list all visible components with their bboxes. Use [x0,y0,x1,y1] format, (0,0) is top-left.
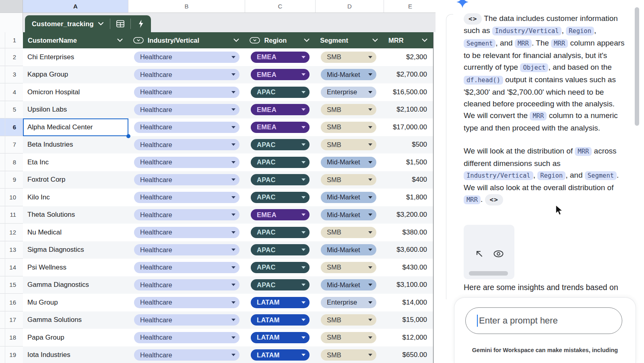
region-chip[interactable]: APAC [251,157,310,168]
table-view-button[interactable] [110,15,130,32]
column-letter-B[interactable]: B [128,0,245,12]
row-number[interactable]: 3 [0,66,23,84]
cell-customer-name[interactable]: Kilo Inc [23,189,128,206]
row-number[interactable]: 15 [0,276,23,294]
cell-customer-name[interactable]: Chi Enterprises [23,48,128,66]
fill-handle[interactable] [126,134,130,138]
column-header-region[interactable]: Region [245,32,315,48]
segment-chip[interactable]: Enterprise [321,87,376,98]
industry-chip[interactable]: Healthcare [134,244,239,255]
cell-mrr[interactable]: $14,000 [384,294,433,311]
segment-chip[interactable]: SMB [321,262,376,273]
region-chip[interactable]: EMEA [251,52,310,63]
industry-chip[interactable]: Healthcare [134,227,239,238]
industry-chip[interactable]: Healthcare [134,297,239,308]
region-chip[interactable]: EMEA [251,209,310,220]
industry-chip[interactable]: Healthcare [134,192,239,203]
cell-customer-name[interactable]: Omicron Hospital [23,83,128,101]
cell-mrr[interactable]: $380.00 [384,224,433,241]
region-chip[interactable]: EMEA [251,104,310,115]
quick-actions-button[interactable] [131,15,151,32]
segment-chip[interactable]: SMB [321,314,376,326]
industry-chip[interactable]: Healthcare [134,174,239,185]
industry-chip[interactable]: Healthcare [134,122,239,133]
industry-chip[interactable]: Healthcare [134,157,239,168]
select-all-corner[interactable] [0,0,23,12]
cell-customer-name[interactable]: Mu Group [23,294,128,311]
region-chip[interactable]: LATAM [251,349,310,361]
cell-customer-name[interactable]: Foxtrot Corp [23,171,128,189]
industry-chip[interactable]: Healthcare [134,279,239,290]
row-number[interactable]: 19 [0,346,23,363]
row-number[interactable]: 14 [0,259,23,276]
cell-mrr[interactable]: $15,000 [384,311,433,329]
cell-mrr[interactable]: $500 [384,136,433,154]
region-chip[interactable]: EMEA [251,122,310,133]
row-number[interactable]: 8 [0,153,23,171]
region-chip[interactable]: EMEA [251,69,310,80]
code-toggle-chip[interactable]: <> [464,13,482,25]
cell-mrr[interactable]: $2,100.00 [384,101,433,119]
cell-customer-name[interactable]: Theta Solutions [23,206,128,224]
cell-mrr[interactable]: $3,200.00 [384,206,433,224]
column-letter-A[interactable]: A [23,0,128,12]
region-chip[interactable]: APAC [251,279,310,290]
cell-customer-name[interactable]: Sigma Diagnostics [23,241,128,259]
industry-chip[interactable]: Healthcare [134,69,239,80]
cell-mrr[interactable]: $2,700.00 [384,66,433,84]
row-number[interactable]: 1 [0,32,23,48]
industry-chip[interactable]: Healthcare [134,349,239,361]
cell-mrr[interactable]: $1,500 [384,153,433,171]
industry-chip[interactable]: Healthcare [134,262,239,273]
segment-chip[interactable]: Mid-Market [321,279,376,290]
region-chip[interactable]: APAC [251,244,310,255]
expand-top-left-button[interactable] [475,249,484,260]
industry-chip[interactable]: Healthcare [134,314,239,326]
segment-chip[interactable]: SMB [321,227,376,238]
cell-customer-name[interactable]: Alpha Medical Center [23,118,128,136]
row-number[interactable]: 2 [0,48,23,66]
segment-chip[interactable]: SMB [321,174,376,185]
column-letter-D[interactable]: D [316,0,384,12]
cell-mrr[interactable]: $12,000 [384,329,433,346]
segment-chip[interactable]: SMB [321,52,376,63]
row-number[interactable]: 17 [0,311,23,329]
industry-chip[interactable]: Healthcare [134,87,239,98]
sidebar-scrollbar[interactable] [635,7,639,126]
cell-mrr[interactable]: $650.00 [384,346,433,363]
cell-mrr[interactable]: $2,300 [384,48,433,66]
segment-chip[interactable]: SMB [321,104,376,115]
cell-customer-name[interactable]: Psi Wellness [23,259,128,276]
segment-chip[interactable]: SMB [321,332,376,343]
column-letter-E[interactable]: E [384,0,437,12]
segment-chip[interactable]: Mid-Market [321,209,376,220]
segment-chip[interactable]: SMB [321,122,376,133]
region-chip[interactable]: APAC [251,227,310,238]
region-chip[interactable]: LATAM [251,332,310,343]
cell-customer-name[interactable]: Nu Medical [23,224,128,241]
column-header-customername[interactable]: CustomerName [23,32,128,48]
segment-chip[interactable]: Mid-Market [321,157,376,168]
cell-mrr[interactable]: $430.00 [384,259,433,276]
column-letter-C[interactable]: C [245,0,316,12]
row-number[interactable]: 16 [0,294,23,311]
row-number[interactable]: 12 [0,224,23,241]
row-number[interactable]: 18 [0,329,23,346]
prompt-input[interactable]: Enter a prompt here [465,307,622,334]
cell-customer-name[interactable]: Gamma Diagnostics [23,276,128,294]
region-chip[interactable]: LATAM [251,297,310,308]
cell-mrr[interactable]: $3,600.00 [384,241,433,259]
code-toggle-chip[interactable]: <> [485,194,503,205]
cell-customer-name[interactable]: Papa Group [23,329,128,346]
row-number[interactable]: 13 [0,241,23,259]
region-chip[interactable]: APAC [251,139,310,150]
row-number[interactable]: 5 [0,101,23,119]
cell-mrr[interactable]: $3,100.00 [384,276,433,294]
cell-customer-name[interactable]: Eta Inc [23,153,128,171]
column-header-industry-vertical[interactable]: Industry/Vertical [128,32,245,48]
row-number[interactable]: 9 [0,171,23,189]
row-number[interactable]: 6 [0,118,23,136]
cell-customer-name[interactable]: Iota Industries [23,346,128,363]
row-number[interactable]: 10 [0,189,23,206]
region-chip[interactable]: LATAM [251,314,310,326]
